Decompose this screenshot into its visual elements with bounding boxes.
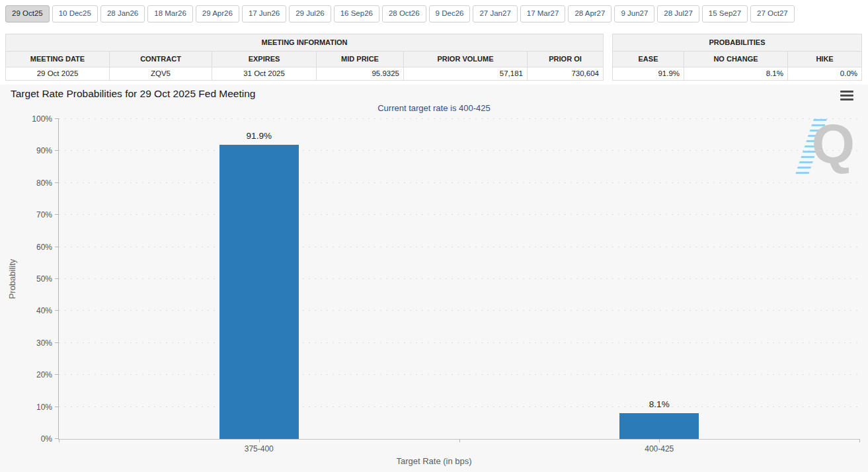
gridline-70% xyxy=(59,214,859,215)
col-expires: EXPIRES xyxy=(212,51,317,67)
chart-menu-icon[interactable] xyxy=(840,91,853,100)
meeting-tab-28-jan26[interactable]: 28 Jan26 xyxy=(100,5,145,22)
y-tick-label-80%: 80% xyxy=(13,178,52,188)
y-tick-mark xyxy=(55,310,59,311)
gridline-20% xyxy=(59,374,859,375)
meeting-tab-9-dec26[interactable]: 9 Dec26 xyxy=(429,5,471,22)
meeting-tab-29-oct25[interactable]: 29 Oct25 xyxy=(5,5,50,22)
probabilities-title: PROBABILITIES xyxy=(613,34,862,51)
no-change-value: 8.1% xyxy=(684,67,788,80)
prior-volume-value: 57,181 xyxy=(404,67,528,80)
y-tick-mark xyxy=(55,278,59,279)
y-tick-mark xyxy=(55,342,59,343)
y-tick-mark xyxy=(55,182,59,183)
bar-value-label-400-425: 8.1% xyxy=(619,399,699,409)
y-tick-label-20%: 20% xyxy=(13,370,52,379)
meeting-tab-29-apr26[interactable]: 29 Apr26 xyxy=(196,5,239,22)
col-prior-oi: PRIOR OI xyxy=(528,51,604,67)
probabilities-row: 91.9% 8.1% 0.0% xyxy=(613,67,862,80)
col-mid-price: MID PRICE xyxy=(317,51,404,67)
contract-value: ZQV5 xyxy=(110,67,212,80)
x-tick-mark xyxy=(659,439,660,442)
ease-value: 91.9% xyxy=(613,67,684,80)
y-tick-mark xyxy=(55,118,59,119)
x-category-label-375-400: 375-400 xyxy=(219,444,299,453)
y-tick-label-30%: 30% xyxy=(13,338,52,348)
gridline-50% xyxy=(59,278,859,279)
meeting-information-title: MEETING INFORMATION xyxy=(6,34,604,51)
meeting-tab-17-jun26[interactable]: 17 Jun26 xyxy=(242,5,286,22)
x-tick-mark xyxy=(859,439,860,442)
y-axis-title: Probability xyxy=(7,229,20,329)
target-rate-chart-panel: Target Rate Probabilities for 29 Oct 202… xyxy=(0,85,868,472)
meeting-tab-18-mar26[interactable]: 18 Mar26 xyxy=(147,5,193,22)
y-tick-label-100%: 100% xyxy=(13,114,52,124)
meeting-tab-16-sep26[interactable]: 16 Sep26 xyxy=(334,5,379,22)
y-tick-label-0%: 0% xyxy=(13,434,52,444)
gridline-100% xyxy=(59,118,859,119)
meeting-tab-27-jan27[interactable]: 27 Jan27 xyxy=(473,5,517,22)
chart-title: Target Rate Probabilities for 29 Oct 202… xyxy=(11,88,255,100)
meeting-information-table: MEETING INFORMATION MEETING DATE CONTRAC… xyxy=(5,34,604,81)
meeting-date-value: 29 Oct 2025 xyxy=(6,67,110,80)
mid-price-value: 95.9325 xyxy=(317,67,404,80)
probabilities-table: PROBABILITIES EASE NO CHANGE HIKE 91.9% … xyxy=(612,34,862,81)
x-tick-mark xyxy=(259,439,260,442)
gridline-80% xyxy=(59,182,859,183)
col-contract: CONTRACT xyxy=(110,51,212,67)
bar-chart-plot-area: 0%10%20%30%40%50%60%70%80%90%100%91.9%37… xyxy=(58,119,859,440)
meeting-tab-28-jul27[interactable]: 28 Jul27 xyxy=(657,5,699,22)
y-tick-mark xyxy=(55,407,59,407)
expires-value: 31 Oct 2025 xyxy=(212,67,317,80)
y-tick-label-10%: 10% xyxy=(13,403,52,412)
y-tick-mark xyxy=(55,214,59,215)
meeting-tab-29-jul26[interactable]: 29 Jul26 xyxy=(289,5,331,22)
y-tick-label-70%: 70% xyxy=(13,210,52,219)
col-meeting-date: MEETING DATE xyxy=(6,51,110,67)
gridline-90% xyxy=(59,150,859,151)
meeting-tab-17-mar27[interactable]: 17 Mar27 xyxy=(520,5,566,22)
bar-value-label-375-400: 91.9% xyxy=(219,131,299,141)
meeting-tab-28-oct26[interactable]: 28 Oct26 xyxy=(382,5,426,22)
probability-bar-400-425[interactable] xyxy=(619,413,699,439)
x-category-label-400-425: 400-425 xyxy=(619,444,699,453)
y-tick-mark xyxy=(55,150,59,151)
gridline-30% xyxy=(59,342,859,343)
gridline-40% xyxy=(59,310,859,311)
probability-bar-375-400[interactable] xyxy=(219,145,299,439)
gridline-10% xyxy=(59,407,859,407)
hike-value: 0.0% xyxy=(788,67,862,80)
meeting-information-row: 29 Oct 2025 ZQV5 31 Oct 2025 95.9325 57,… xyxy=(6,67,604,80)
col-no-change: NO CHANGE xyxy=(684,51,788,67)
meeting-tab-15-sep27[interactable]: 15 Sep27 xyxy=(702,5,748,22)
y-tick-label-90%: 90% xyxy=(13,146,52,155)
prior-oi-value: 730,604 xyxy=(528,67,604,80)
x-tick-mark xyxy=(59,439,59,442)
meeting-tab-27-oct27[interactable]: 27 Oct27 xyxy=(750,5,795,22)
meeting-tab-9-jun27[interactable]: 9 Jun27 xyxy=(614,5,654,22)
y-tick-mark xyxy=(55,374,59,375)
meeting-tab-28-apr27[interactable]: 28 Apr27 xyxy=(568,5,612,22)
chart-subtitle: Current target rate is 400-425 xyxy=(0,103,868,113)
col-ease: EASE xyxy=(613,51,684,67)
gridline-60% xyxy=(59,247,859,247)
meeting-date-tab-strip: 29 Oct2510 Dec2528 Jan2618 Mar2629 Apr26… xyxy=(0,0,868,22)
summary-tables: MEETING INFORMATION MEETING DATE CONTRAC… xyxy=(5,34,861,81)
col-hike: HIKE xyxy=(788,51,862,67)
x-axis-title: Target Rate (in bps) xyxy=(0,456,868,466)
col-prior-volume: PRIOR VOLUME xyxy=(404,51,528,67)
y-tick-mark xyxy=(55,247,59,247)
x-tick-mark xyxy=(459,439,460,442)
meeting-tab-10-dec25[interactable]: 10 Dec25 xyxy=(52,5,98,22)
